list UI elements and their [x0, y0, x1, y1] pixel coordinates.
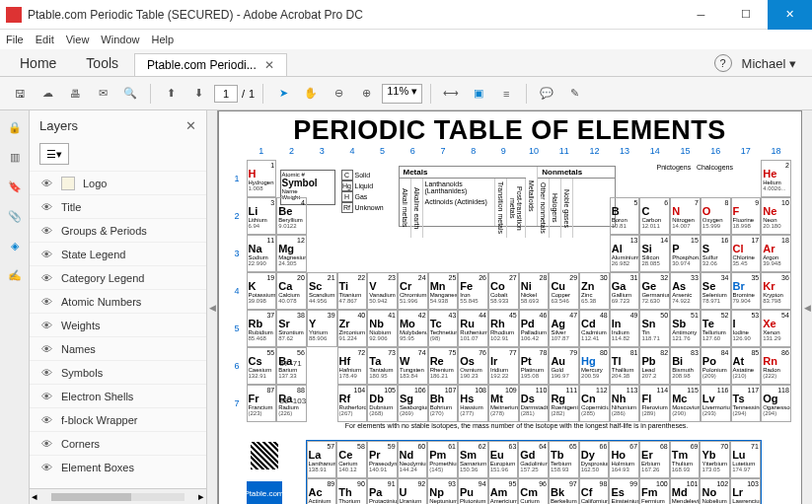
menu-bar: File Edit View Window Help	[0, 30, 812, 49]
hand-tool-icon[interactable]: ✋	[299, 82, 323, 106]
element-cell: 24CrChromium51.996	[398, 272, 428, 310]
element-cell: 42MoMolybdenum95.95	[398, 310, 428, 347]
element-cell: 25MnManganese54.938	[428, 272, 459, 310]
user-menu[interactable]: Michael ▾	[742, 56, 796, 71]
lock-icon[interactable]: 🔒	[6, 118, 24, 136]
visibility-icon[interactable]: 👁	[39, 391, 53, 402]
attachment-icon[interactable]: 📎	[6, 207, 24, 225]
element-cell: 94PuPlutonium(244)	[458, 478, 488, 504]
page-total: 1	[249, 88, 255, 100]
tab-document[interactable]: Ptable.com Periodi... ✕	[134, 53, 287, 76]
layers-title: Layers	[39, 118, 78, 133]
element-cell: 12MgMagnesium24.305	[276, 235, 307, 272]
element-cell: 1HHydrogen1.008	[247, 160, 277, 197]
element-cell: 4BeBeryllium9.0122	[276, 197, 307, 235]
visibility-icon[interactable]: 👁	[39, 296, 53, 308]
visibility-icon[interactable]: 👁	[39, 438, 53, 450]
menu-help[interactable]: Help	[151, 34, 174, 45]
maximize-button[interactable]: ☐	[723, 0, 768, 30]
visibility-icon[interactable]: 👁	[39, 462, 53, 473]
layer-row[interactable]: 👁Electron Shells	[30, 384, 206, 407]
element-cell: 13AlAluminium26.982	[610, 235, 640, 272]
visibility-icon[interactable]: 👁	[39, 225, 53, 237]
layer-row[interactable]: 👁Corners	[30, 431, 206, 455]
minimize-button[interactable]: ─	[679, 0, 723, 30]
layer-row[interactable]: 👁State Legend	[30, 242, 206, 265]
visibility-icon[interactable]: 👁	[39, 272, 53, 284]
visibility-icon[interactable]: 👁	[39, 343, 53, 355]
help-icon[interactable]: ?	[714, 54, 732, 72]
visibility-icon[interactable]: 👁	[39, 320, 53, 331]
element-cell: 7NNitrogen14.007	[670, 197, 701, 235]
element-cell: 44RuRuthenium101.07	[458, 310, 488, 347]
page-current-input[interactable]	[214, 85, 238, 103]
page-up-icon[interactable]: ⬆	[159, 82, 183, 106]
visibility-icon[interactable]: 👁	[39, 414, 53, 426]
document-area[interactable]: PERIODIC TABLE OF ELEMENTS 1234567891011…	[217, 110, 802, 504]
visibility-icon[interactable]: 👁	[39, 178, 53, 189]
collapse-left-icon[interactable]: ◀	[207, 110, 217, 504]
zoom-select[interactable]: 11% ▾	[382, 84, 422, 104]
element-cell: 92UUranium238.03	[398, 478, 428, 504]
comment-icon[interactable]: 💬	[535, 82, 558, 106]
fit-width-icon[interactable]: ⟷	[439, 82, 463, 106]
print-icon[interactable]: 🖶	[63, 82, 87, 106]
close-button[interactable]: ✕	[768, 0, 812, 30]
visibility-icon[interactable]: 👁	[39, 367, 53, 379]
zoom-in-icon[interactable]: ⊕	[354, 82, 378, 106]
element-cell: 64GdGadolinium157.25	[518, 441, 549, 478]
select-tool-icon[interactable]: ➤	[271, 82, 295, 106]
layer-row[interactable]: 👁Weights	[30, 313, 206, 336]
element-cell: 118OgOganesson(294)	[761, 385, 791, 422]
element-cell: 29CuCopper63.546	[549, 272, 579, 310]
element-cell: 107BhBohrium(270)	[428, 385, 459, 422]
menu-view[interactable]: View	[66, 34, 90, 45]
menu-file[interactable]: File	[6, 34, 24, 45]
layer-row[interactable]: 👁Category Legend	[30, 265, 206, 289]
cloud-icon[interactable]: ☁	[36, 82, 59, 106]
tab-home[interactable]: Home	[6, 50, 70, 76]
element-cell: 100FmFermium(257)	[639, 478, 670, 504]
signatures-icon[interactable]: ✍	[6, 266, 24, 284]
element-cell: 30ZnZinc65.38	[579, 272, 610, 310]
element-cell: 21ScScandium44.956	[307, 272, 337, 310]
email-icon[interactable]: ✉	[91, 82, 114, 106]
layers-close-icon[interactable]: ✕	[185, 118, 196, 133]
tab-close-icon[interactable]: ✕	[264, 58, 274, 72]
thumbnails-icon[interactable]: ▥	[6, 148, 24, 166]
bookmark-icon[interactable]: 🔖	[6, 178, 24, 195]
layers-options-button[interactable]: ☰▾	[39, 143, 69, 165]
layer-row[interactable]: 👁Symbols	[30, 360, 206, 384]
highlight-icon[interactable]: ✎	[562, 82, 586, 106]
menu-window[interactable]: Window	[101, 34, 139, 45]
zoom-out-icon[interactable]: ⊖	[327, 82, 350, 106]
collapse-right-icon[interactable]: ◀	[802, 110, 812, 504]
element-cell: 117TsTennessine(294)	[731, 385, 762, 422]
layer-row[interactable]: 👁Names	[30, 336, 206, 360]
layers-icon[interactable]: ◈	[6, 237, 24, 254]
page-down-icon[interactable]: ⬇	[186, 82, 210, 106]
element-cell: 93NpNeptunium(237)	[427, 478, 458, 504]
element-cell: 32GeGermanium72.630	[639, 272, 670, 310]
visibility-icon[interactable]: 👁	[39, 201, 53, 213]
period-numbers: 1234567	[235, 160, 240, 422]
scroll-mode-icon[interactable]: ≡	[494, 82, 518, 106]
element-cell: 3LiLithium6.94	[247, 197, 277, 235]
layer-label: Symbols	[61, 367, 103, 379]
menu-edit[interactable]: Edit	[36, 34, 54, 45]
search-icon[interactable]: 🔍	[118, 82, 142, 106]
layer-row[interactable]: 👁Logo	[30, 171, 206, 194]
layers-scrollbar[interactable]: ◂▸	[30, 488, 206, 504]
save-icon[interactable]: 🖫	[8, 82, 32, 106]
layer-row[interactable]: 👁Groups & Periods	[30, 218, 206, 242]
layer-row[interactable]: 👁f-block Wrapper	[30, 407, 206, 431]
layer-row[interactable]: 👁Element Boxes	[30, 455, 206, 478]
layer-row[interactable]: 👁Title	[30, 194, 206, 218]
tab-tools[interactable]: Tools	[72, 50, 132, 76]
fit-page-icon[interactable]: ▣	[467, 82, 490, 106]
element-cell: 114FlFlerovium(289)	[639, 385, 670, 422]
visibility-icon[interactable]: 👁	[39, 249, 53, 260]
element-cell: 41NbNiobium92.906	[367, 310, 398, 347]
element-cell: 66DyDysprosium162.50	[579, 441, 610, 478]
layer-row[interactable]: 👁Atomic Numbers	[30, 289, 206, 313]
